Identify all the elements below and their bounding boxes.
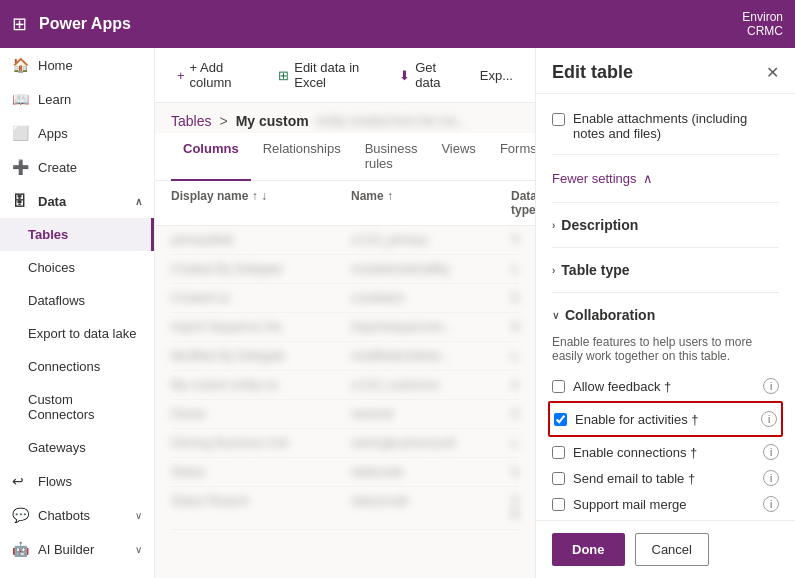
panel-title: Edit table [552,62,633,83]
enable-connections-checkbox[interactable] [552,446,565,459]
environment-info: Environ CRMC [742,10,783,38]
sidebar-item-gateways[interactable]: Gateways [0,431,154,464]
enable-activities-highlighted: Enable for activities † i [548,401,783,437]
sidebar-item-chatbots[interactable]: 💬 Chatbots ∨ [0,498,154,532]
allow-feedback-info-icon[interactable]: i [763,378,779,394]
cancel-button[interactable]: Cancel [635,533,709,566]
table-row[interactable]: My custom entity no. cr123_customno Auto… [171,371,519,400]
grid-icon[interactable]: ⊞ [12,13,27,35]
sidebar-item-flows[interactable]: ↩ Flows [0,464,154,498]
col-type-header: Data type [511,189,535,217]
allow-feedback-label: Allow feedback † [573,379,671,394]
sidebar-item-choices[interactable]: Choices [0,251,154,284]
col-display-header[interactable]: Display name ↑ ↓ [171,189,351,217]
send-email-label: Send email to table † [573,471,695,486]
sidebar-item-tables[interactable]: Tables [0,218,154,251]
add-column-button[interactable]: + + Add column [171,56,256,94]
sidebar-item-ai-builder[interactable]: 🤖 AI Builder ∨ [0,532,154,566]
panel-header: Edit table ✕ [536,48,795,94]
table-row[interactable]: primaryfield cr123_primary Text [171,226,519,255]
excel-icon: ⊞ [278,68,289,83]
edit-panel: Edit table ✕ Enable attachments (includi… [535,48,795,578]
sidebar: 🏠 Home 📖 Learn ⬜ Apps ➕ Create 🗄 Data ∧ … [0,48,155,578]
enable-attachments-label: Enable attachments (including notes and … [573,111,779,141]
data-download-icon: ⬇ [399,68,410,83]
sidebar-item-create[interactable]: ➕ Create [0,150,154,184]
panel-body: Enable attachments (including notes and … [536,94,795,520]
breadcrumb-parent[interactable]: Tables [171,113,211,129]
table-header: Display name ↑ ↓ Name ↑ Data type [155,181,535,226]
ai-builder-chevron-icon: ∨ [135,544,142,555]
enable-connections-row: Enable connections † i [552,439,779,465]
table-row[interactable]: Created By Delegate createdonbehalfby Lo… [171,255,519,284]
table-row[interactable]: Import Sequence No. importsequencen... N… [171,313,519,342]
description-section[interactable]: › Description [552,211,779,239]
tab-forms[interactable]: Forms [488,133,535,181]
ai-builder-icon: 🤖 [12,541,28,557]
description-chevron-icon: › [552,220,555,231]
get-data-button[interactable]: ⬇ Get data [393,56,458,94]
toolbar: + + Add column ⊞ Edit data in Excel ⬇ Ge… [155,48,535,103]
allow-feedback-row: Allow feedback † i [552,373,779,399]
tab-columns[interactable]: Columns [171,133,251,181]
table-row[interactable]: Owning Business Unit owningbusinessunit … [171,429,519,458]
table-row[interactable]: Created on createdon DateTime [171,284,519,313]
tab-business-rules[interactable]: Business rules [353,133,430,181]
table-row[interactable]: Owner ownerid Owner [171,400,519,429]
collaboration-section[interactable]: ∨ Collaboration [552,301,779,329]
table-type-chevron-icon: › [552,265,555,276]
app-title: Power Apps [39,15,131,33]
breadcrumb: Tables > My custom entity created from t… [155,103,535,133]
data-chevron-icon: ∧ [135,196,142,207]
learn-icon: 📖 [12,91,28,107]
table-rows: primaryfield cr123_primary Text Created … [155,226,535,530]
panel-footer: Done Cancel [536,520,795,578]
enable-activities-info-icon[interactable]: i [761,411,777,427]
create-icon: ➕ [12,159,28,175]
table-type-section[interactable]: › Table type [552,256,779,284]
data-icon: 🗄 [12,193,28,209]
sidebar-item-custom-connectors[interactable]: Custom Connectors [0,383,154,431]
breadcrumb-blurred: entity created from the ma... [317,114,466,128]
edit-excel-button[interactable]: ⊞ Edit data in Excel [272,56,377,94]
done-button[interactable]: Done [552,533,625,566]
chatbots-icon: 💬 [12,507,28,523]
close-button[interactable]: ✕ [766,63,779,82]
table-row[interactable]: Modified By Delegate modifiedonbehal... … [171,342,519,371]
sidebar-item-home[interactable]: 🏠 Home [0,48,154,82]
enable-attachments-checkbox[interactable] [552,113,565,126]
sidebar-item-learn[interactable]: 📖 Learn [0,82,154,116]
sidebar-item-dataflows[interactable]: Dataflows [0,284,154,317]
enable-activities-row: Enable for activities † i [554,406,777,432]
chatbots-chevron-icon: ∨ [135,510,142,521]
col-name-header[interactable]: Name ↑ [351,189,511,217]
sidebar-item-connections[interactable]: Connections [0,350,154,383]
fewer-settings-chevron-icon: ∧ [643,171,653,186]
table-row[interactable]: Status statecode Status [171,458,519,487]
allow-feedback-checkbox[interactable] [552,380,565,393]
topbar: ⊞ Power Apps Environ CRMC [0,0,795,48]
tabs-bar: Columns Relationships Business rules Vie… [155,133,535,181]
mail-merge-info-icon[interactable]: i [763,496,779,512]
sidebar-item-apps[interactable]: ⬜ Apps [0,116,154,150]
mail-merge-row: Support mail merge i [552,491,779,517]
apps-icon: ⬜ [12,125,28,141]
fewer-settings-toggle[interactable]: Fewer settings ∧ [552,163,779,194]
mail-merge-checkbox[interactable] [552,498,565,511]
tab-relationships[interactable]: Relationships [251,133,353,181]
enable-activities-checkbox[interactable] [554,413,567,426]
sidebar-item-export[interactable]: Export to data lake [0,317,154,350]
breadcrumb-separator: > [219,113,227,129]
export-button[interactable]: Exp... [474,64,519,87]
tab-views[interactable]: Views [429,133,487,181]
send-email-row: Send email to table † i [552,465,779,491]
enable-connections-info-icon[interactable]: i [763,444,779,460]
send-email-checkbox[interactable] [552,472,565,485]
send-email-info-icon[interactable]: i [763,470,779,486]
table-row[interactable]: Status Reason statuscode Status Reason [171,487,519,530]
plus-icon: + [177,68,185,83]
main-content: + + Add column ⊞ Edit data in Excel ⬇ Ge… [155,48,535,578]
collaboration-chevron-icon: ∨ [552,310,559,321]
sidebar-item-data[interactable]: 🗄 Data ∧ [0,184,154,218]
breadcrumb-current: My custom [236,113,309,129]
